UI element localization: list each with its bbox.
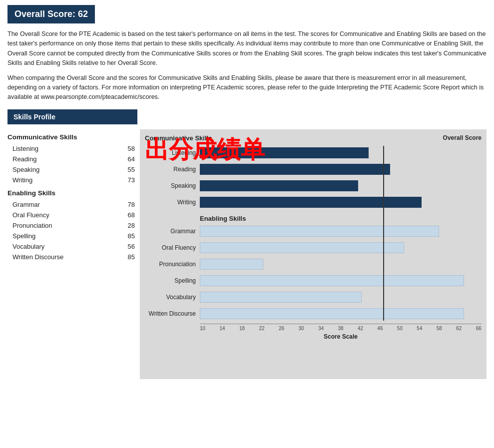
scale-tick: 38 <box>338 326 343 331</box>
overall-score-line <box>383 146 384 321</box>
chart-bar-row: Vocabulary <box>145 290 482 304</box>
bar-label: Spelling <box>145 277 200 284</box>
bar-container <box>200 180 482 192</box>
bar-container <box>200 291 482 303</box>
bar <box>200 180 358 191</box>
bar-label: Reading <box>145 166 200 173</box>
scale-tick: 62 <box>456 326 462 331</box>
skill-row: Writing73 <box>7 175 135 185</box>
scale-tick: 22 <box>259 326 264 331</box>
chart-header: Communicative Skills Overall Score <box>145 134 482 142</box>
bar-label: Pronunciation <box>145 261 200 268</box>
scale-label: Score Scale <box>145 333 482 340</box>
scale-ticks: 101418222630343842465054586266 <box>200 324 482 331</box>
skill-name: Reading <box>12 155 36 163</box>
skill-row: Vocabulary56 <box>7 241 135 252</box>
left-panel: Communicative Skills Listening58Reading6… <box>7 129 140 379</box>
chart-bar-row: Written Discourse <box>145 307 482 321</box>
skill-score: 64 <box>128 155 135 163</box>
scale-tick: 50 <box>397 326 403 331</box>
bar-container <box>200 275 482 287</box>
skill-name: Listening <box>12 145 38 152</box>
skill-score: 68 <box>128 211 135 219</box>
bar <box>200 259 263 270</box>
skill-name: Speaking <box>12 166 39 173</box>
scale-axis: 101418222630343842465054586266 <box>145 324 482 331</box>
scale-tick: 46 <box>377 326 383 331</box>
bar-label: Oral Fluency <box>145 244 200 251</box>
description-p2: When comparing the Overall Score and the… <box>7 73 487 102</box>
bar-label: Speaking <box>145 182 200 189</box>
skill-name: Vocabulary <box>12 243 44 250</box>
scale-tick: 34 <box>318 326 324 331</box>
bar <box>200 275 464 286</box>
scale-tick: 14 <box>219 326 225 331</box>
skill-score: 28 <box>128 222 135 229</box>
chart-enabling-title: Enabling Skills <box>200 215 246 222</box>
bar-container <box>200 147 482 159</box>
skill-name: Grammar <box>12 201 40 208</box>
scale-tick: 26 <box>279 326 284 331</box>
skill-score: 56 <box>128 243 135 250</box>
bar <box>200 226 439 237</box>
skill-score: 85 <box>128 232 135 240</box>
scale-tick: 66 <box>476 326 482 331</box>
description-p1: The Overall Score for the PTE Academic i… <box>7 29 487 68</box>
scale-tick: 10 <box>200 326 205 331</box>
bar-container <box>200 308 482 320</box>
skill-name: Spelling <box>12 232 35 240</box>
bar-label: Writing <box>145 199 200 206</box>
bar-label: Grammar <box>145 228 200 235</box>
overall-score-header: Overall Score: 62 <box>7 5 95 23</box>
bar-container <box>200 225 482 237</box>
skill-score: 58 <box>128 145 135 152</box>
skill-row: Speaking55 <box>7 164 135 175</box>
enabling-label-row: Enabling Skills <box>145 212 482 224</box>
chart-bar-row: Listening <box>145 146 482 160</box>
scale-tick: 54 <box>417 326 422 331</box>
bar-label: Listening <box>145 149 200 156</box>
chart-bar-row: Grammar <box>145 224 482 238</box>
scale-tick: 30 <box>298 326 304 331</box>
bar <box>200 164 390 175</box>
chart-bar-row: Speaking <box>145 179 482 193</box>
skill-score: 78 <box>128 201 135 208</box>
skill-score: 85 <box>128 253 135 261</box>
skill-row: Spelling85 <box>7 231 135 241</box>
bar-label: Vocabulary <box>145 294 200 301</box>
main-layout: Communicative Skills Listening58Reading6… <box>7 129 487 379</box>
skill-name: Oral Fluency <box>12 211 49 219</box>
bar <box>200 308 464 319</box>
chart-bar-row: Pronunciation <box>145 257 482 271</box>
bar-container <box>200 242 482 254</box>
chart-area: ListeningReadingSpeakingWritingEnabling … <box>145 146 482 321</box>
chart-bar-row: Writing <box>145 195 482 209</box>
skill-name: Writing <box>12 176 32 184</box>
bar-label: Written Discourse <box>145 310 200 317</box>
skill-row: Grammar78 <box>7 199 135 210</box>
chart-communicative-title: Communicative Skills <box>145 134 212 142</box>
skill-row: Written Discourse85 <box>7 252 135 262</box>
bar-container <box>200 258 482 270</box>
skill-score: 73 <box>128 176 135 184</box>
enabling-skills-list: Grammar78Oral Fluency68Pronunciation28Sp… <box>7 199 135 262</box>
chart-bar-row: Spelling <box>145 274 482 288</box>
chart-bar-row: Reading <box>145 162 482 176</box>
chart-overall-score-label: Overall Score <box>443 134 482 141</box>
chart-panel: Communicative Skills Overall Score Liste… <box>140 129 487 379</box>
skill-row: Reading64 <box>7 154 135 164</box>
description-block: The Overall Score for the PTE Academic i… <box>7 29 487 102</box>
scale-tick: 58 <box>437 326 442 331</box>
bar <box>200 292 362 303</box>
enabling-skills-title: Enabling Skills <box>7 189 135 197</box>
skill-score: 55 <box>128 166 135 173</box>
skill-row: Listening58 <box>7 143 135 154</box>
skill-name: Written Discourse <box>12 253 63 261</box>
skill-name: Pronunciation <box>12 222 52 229</box>
communicative-skills-title: Communicative Skills <box>7 133 135 141</box>
skills-profile-header: Skills Profile <box>7 109 137 124</box>
bar-container <box>200 163 482 175</box>
bar-container <box>200 196 482 208</box>
communicative-skills-list: Listening58Reading64Speaking55Writing73 <box>7 143 135 185</box>
bar <box>200 147 369 158</box>
